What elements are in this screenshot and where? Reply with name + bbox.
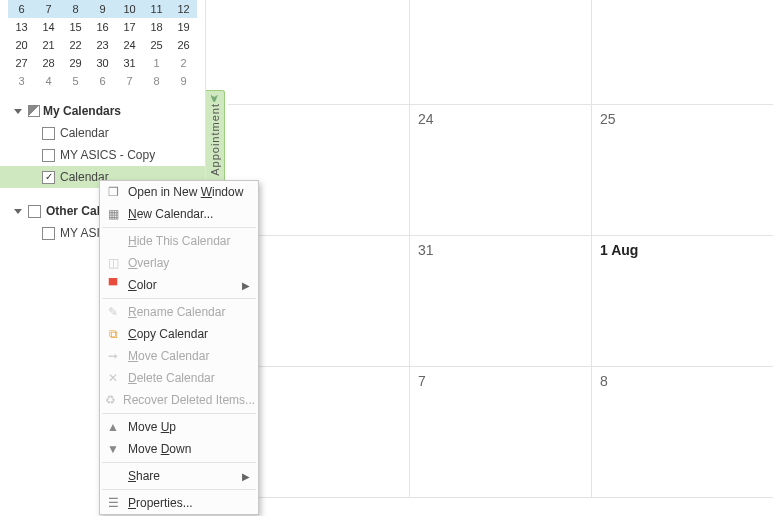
- mini-cal-day[interactable]: 14: [35, 18, 62, 36]
- appointment-panel-toggle[interactable]: ⮜ Appointment: [206, 90, 225, 188]
- menu-item-label: Recover Deleted Items...: [123, 393, 255, 407]
- day-cell[interactable]: 1 Aug: [591, 236, 773, 366]
- tree-group-label: My Calendars: [43, 104, 121, 118]
- mini-cal-day[interactable]: 15: [62, 18, 89, 36]
- day-cell[interactable]: [228, 0, 409, 104]
- up-icon: ▲: [105, 419, 121, 435]
- menu-item[interactable]: Share▶: [100, 465, 258, 487]
- menu-item-label: Delete Calendar: [128, 371, 250, 385]
- day-cell[interactable]: [591, 0, 773, 104]
- mini-cal-day[interactable]: 30: [89, 54, 116, 72]
- menu-item-label: New Calendar...: [128, 207, 250, 221]
- menu-item[interactable]: ⧉Copy Calendar: [100, 323, 258, 345]
- mini-cal-day[interactable]: 2: [170, 54, 197, 72]
- mini-cal-day[interactable]: 28: [35, 54, 62, 72]
- day-cell[interactable]: 24: [409, 105, 591, 235]
- mini-cal-day[interactable]: 25: [143, 36, 170, 54]
- menu-item: Hide This Calendar: [100, 230, 258, 252]
- menu-item[interactable]: ▲Move Up: [100, 416, 258, 438]
- mini-cal-day[interactable]: 26: [170, 36, 197, 54]
- calendar-item[interactable]: MY ASICS - Copy: [0, 144, 205, 166]
- menu-item-label: Move Calendar: [128, 349, 250, 363]
- day-cell[interactable]: 25: [591, 105, 773, 235]
- menu-item-label: Share: [128, 469, 242, 483]
- day-cell[interactable]: 31: [409, 236, 591, 366]
- mini-cal-day[interactable]: 23: [89, 36, 116, 54]
- day-cell[interactable]: 8: [591, 367, 773, 497]
- menu-item-label: Rename Calendar: [128, 305, 250, 319]
- tree-group-my[interactable]: My Calendars: [0, 100, 205, 122]
- mini-cal-day[interactable]: 7: [35, 0, 62, 18]
- menu-item-label: Hide This Calendar: [128, 234, 250, 248]
- move-icon: ➙: [105, 348, 121, 364]
- overlay-icon: ◫: [105, 255, 121, 271]
- mini-cal-day[interactable]: 20: [8, 36, 35, 54]
- mini-cal-day[interactable]: 18: [143, 18, 170, 36]
- mini-cal-day[interactable]: 17: [116, 18, 143, 36]
- mini-cal-day[interactable]: 4: [35, 72, 62, 90]
- mini-cal-day[interactable]: 8: [62, 0, 89, 18]
- mini-cal-day[interactable]: 12: [170, 0, 197, 18]
- mini-cal-day[interactable]: 29: [62, 54, 89, 72]
- mini-cal-day[interactable]: 24: [116, 36, 143, 54]
- menu-item[interactable]: ▼Move Down: [100, 438, 258, 460]
- submenu-arrow-icon: ▶: [242, 471, 250, 482]
- calendar-checkbox[interactable]: [42, 127, 55, 140]
- menu-item-label: Overlay: [128, 256, 250, 270]
- calendar-checkbox[interactable]: [42, 171, 55, 184]
- menu-item[interactable]: ☰Properties...: [100, 492, 258, 514]
- blank-icon: [105, 468, 121, 484]
- calendar-label: MY ASICS - Copy: [60, 148, 155, 162]
- mini-cal-day[interactable]: 10: [116, 0, 143, 18]
- submenu-arrow-icon: ▶: [242, 280, 250, 291]
- menu-item-label: Properties...: [128, 496, 250, 510]
- expand-icon: ⮜: [210, 93, 220, 103]
- menu-item: ♻Recover Deleted Items...: [100, 389, 258, 411]
- menu-item-label: Move Up: [128, 420, 250, 434]
- mini-cal-day[interactable]: 3: [8, 72, 35, 90]
- day-cell[interactable]: 7: [409, 367, 591, 497]
- mini-calendar[interactable]: 6789101112131415161718192021222324252627…: [8, 0, 197, 90]
- mini-cal-day[interactable]: 11: [143, 0, 170, 18]
- calendar-label: Calendar: [60, 126, 109, 140]
- day-cell[interactable]: [409, 0, 591, 104]
- mini-cal-day[interactable]: 19: [170, 18, 197, 36]
- mini-cal-day[interactable]: 8: [143, 72, 170, 90]
- group-checkbox[interactable]: [28, 205, 41, 218]
- mini-cal-day[interactable]: 1: [143, 54, 170, 72]
- menu-item: ✕Delete Calendar: [100, 367, 258, 389]
- menu-item-label: Color: [128, 278, 242, 292]
- mini-cal-day[interactable]: 5: [62, 72, 89, 90]
- grid-icon: ▦: [105, 206, 121, 222]
- menu-item-label: Copy Calendar: [128, 327, 250, 341]
- mini-cal-day[interactable]: 21: [35, 36, 62, 54]
- context-menu: ❐Open in New Window▦New Calendar...Hide …: [99, 180, 259, 515]
- menu-item: ✎Rename Calendar: [100, 301, 258, 323]
- mini-cal-day[interactable]: 9: [89, 0, 116, 18]
- blank-icon: [105, 233, 121, 249]
- menu-item[interactable]: ▀Color▶: [100, 274, 258, 296]
- props-icon: ☰: [105, 495, 121, 511]
- calendar-item[interactable]: Calendar: [0, 122, 205, 144]
- calendar-checkbox[interactable]: [42, 227, 55, 240]
- window-icon: ❐: [105, 184, 121, 200]
- mini-cal-day[interactable]: 22: [62, 36, 89, 54]
- mini-cal-day[interactable]: 27: [8, 54, 35, 72]
- mini-cal-day[interactable]: 6: [89, 72, 116, 90]
- month-grid[interactable]: 2425 311 Aug 78: [228, 0, 773, 494]
- mini-cal-day[interactable]: 9: [170, 72, 197, 90]
- rename-icon: ✎: [105, 304, 121, 320]
- menu-item[interactable]: ▦New Calendar...: [100, 203, 258, 225]
- mini-cal-day[interactable]: 6: [8, 0, 35, 18]
- caret-down-icon: [14, 109, 22, 114]
- calendar-checkbox[interactable]: [42, 149, 55, 162]
- menu-item: ➙Move Calendar: [100, 345, 258, 367]
- mini-cal-day[interactable]: 16: [89, 18, 116, 36]
- down-icon: ▼: [105, 441, 121, 457]
- mini-cal-day[interactable]: 31: [116, 54, 143, 72]
- mini-cal-day[interactable]: 7: [116, 72, 143, 90]
- mini-cal-day[interactable]: 13: [8, 18, 35, 36]
- menu-item-label: Open in New Window: [128, 185, 250, 199]
- menu-item[interactable]: ❐Open in New Window: [100, 181, 258, 203]
- delete-icon: ✕: [105, 370, 121, 386]
